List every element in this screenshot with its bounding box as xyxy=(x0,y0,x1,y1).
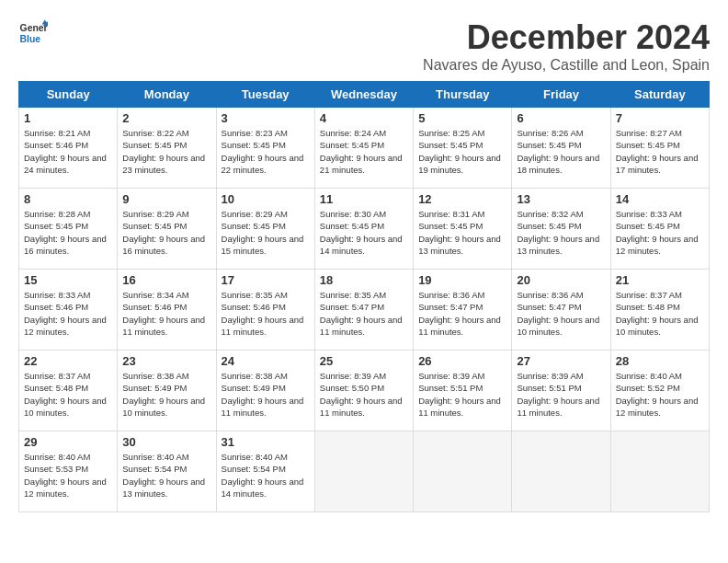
logo-icon: General Blue xyxy=(18,18,48,48)
day-info: Sunrise: 8:37 AM Sunset: 5:48 PM Dayligh… xyxy=(616,289,704,338)
th-saturday: Saturday xyxy=(610,82,709,108)
table-row: 22Sunrise: 8:37 AM Sunset: 5:48 PM Dayli… xyxy=(19,350,118,431)
day-number: 2 xyxy=(122,111,210,125)
day-info: Sunrise: 8:39 AM Sunset: 5:51 PM Dayligh… xyxy=(517,370,605,419)
day-number: 6 xyxy=(517,111,605,125)
table-row: 28Sunrise: 8:40 AM Sunset: 5:52 PM Dayli… xyxy=(610,350,709,431)
day-info: Sunrise: 8:32 AM Sunset: 5:45 PM Dayligh… xyxy=(517,208,605,257)
day-number: 1 xyxy=(24,111,112,125)
th-tuesday: Tuesday xyxy=(216,82,314,108)
th-friday: Friday xyxy=(512,82,610,108)
month-title: December 2024 xyxy=(423,18,710,57)
subtitle: Navares de Ayuso, Castille and Leon, Spa… xyxy=(423,57,710,74)
day-number: 14 xyxy=(616,192,704,206)
calendar-row: 1Sunrise: 8:21 AM Sunset: 5:46 PM Daylig… xyxy=(19,108,710,189)
calendar-row: 22Sunrise: 8:37 AM Sunset: 5:48 PM Dayli… xyxy=(19,350,710,431)
day-number: 9 xyxy=(122,192,210,206)
day-info: Sunrise: 8:29 AM Sunset: 5:45 PM Dayligh… xyxy=(222,208,310,257)
table-row: 25Sunrise: 8:39 AM Sunset: 5:50 PM Dayli… xyxy=(314,350,413,431)
day-info: Sunrise: 8:40 AM Sunset: 5:53 PM Dayligh… xyxy=(24,451,112,500)
day-info: Sunrise: 8:33 AM Sunset: 5:45 PM Dayligh… xyxy=(616,208,704,257)
table-row: 3Sunrise: 8:23 AM Sunset: 5:45 PM Daylig… xyxy=(216,108,314,189)
table-row: 30Sunrise: 8:40 AM Sunset: 5:54 PM Dayli… xyxy=(118,431,216,512)
day-info: Sunrise: 8:35 AM Sunset: 5:47 PM Dayligh… xyxy=(320,289,408,338)
table-row: 5Sunrise: 8:25 AM Sunset: 5:45 PM Daylig… xyxy=(414,108,512,189)
table-row: 9Sunrise: 8:29 AM Sunset: 5:45 PM Daylig… xyxy=(118,189,216,270)
table-row xyxy=(314,431,413,512)
table-row: 21Sunrise: 8:37 AM Sunset: 5:48 PM Dayli… xyxy=(610,270,709,350)
day-info: Sunrise: 8:34 AM Sunset: 5:46 PM Dayligh… xyxy=(122,289,210,338)
day-info: Sunrise: 8:24 AM Sunset: 5:45 PM Dayligh… xyxy=(320,127,408,176)
day-info: Sunrise: 8:25 AM Sunset: 5:45 PM Dayligh… xyxy=(418,127,506,176)
header: General Blue December 2024 Navares de Ay… xyxy=(18,18,710,74)
day-number: 13 xyxy=(517,192,605,206)
th-monday: Monday xyxy=(118,82,216,108)
day-number: 22 xyxy=(24,354,112,368)
day-info: Sunrise: 8:37 AM Sunset: 5:48 PM Dayligh… xyxy=(24,370,112,419)
table-row: 19Sunrise: 8:36 AM Sunset: 5:47 PM Dayli… xyxy=(414,270,512,350)
day-number: 16 xyxy=(122,273,210,287)
day-number: 4 xyxy=(320,111,408,125)
calendar-row: 29Sunrise: 8:40 AM Sunset: 5:53 PM Dayli… xyxy=(19,431,710,512)
day-number: 11 xyxy=(320,192,408,206)
day-info: Sunrise: 8:40 AM Sunset: 5:52 PM Dayligh… xyxy=(616,370,704,419)
table-row xyxy=(610,431,709,512)
table-row: 27Sunrise: 8:39 AM Sunset: 5:51 PM Dayli… xyxy=(512,350,610,431)
day-number: 24 xyxy=(222,354,310,368)
table-row: 18Sunrise: 8:35 AM Sunset: 5:47 PM Dayli… xyxy=(314,270,413,350)
calendar-row: 15Sunrise: 8:33 AM Sunset: 5:46 PM Dayli… xyxy=(19,270,710,350)
day-info: Sunrise: 8:35 AM Sunset: 5:46 PM Dayligh… xyxy=(222,289,310,338)
table-row: 20Sunrise: 8:36 AM Sunset: 5:47 PM Dayli… xyxy=(512,270,610,350)
day-info: Sunrise: 8:21 AM Sunset: 5:46 PM Dayligh… xyxy=(24,127,112,176)
day-number: 7 xyxy=(616,111,704,125)
day-info: Sunrise: 8:28 AM Sunset: 5:45 PM Dayligh… xyxy=(24,208,112,257)
day-number: 10 xyxy=(222,192,310,206)
day-number: 26 xyxy=(418,354,506,368)
table-row: 31Sunrise: 8:40 AM Sunset: 5:54 PM Dayli… xyxy=(216,431,314,512)
day-number: 20 xyxy=(517,273,605,287)
day-number: 15 xyxy=(24,273,112,287)
day-number: 17 xyxy=(222,273,310,287)
table-row: 4Sunrise: 8:24 AM Sunset: 5:45 PM Daylig… xyxy=(314,108,413,189)
table-row: 16Sunrise: 8:34 AM Sunset: 5:46 PM Dayli… xyxy=(118,270,216,350)
day-info: Sunrise: 8:30 AM Sunset: 5:45 PM Dayligh… xyxy=(320,208,408,257)
day-info: Sunrise: 8:22 AM Sunset: 5:45 PM Dayligh… xyxy=(122,127,210,176)
svg-text:Blue: Blue xyxy=(20,34,41,44)
table-row: 23Sunrise: 8:38 AM Sunset: 5:49 PM Dayli… xyxy=(118,350,216,431)
table-row xyxy=(414,431,512,512)
day-info: Sunrise: 8:39 AM Sunset: 5:50 PM Dayligh… xyxy=(320,370,408,419)
table-row: 7Sunrise: 8:27 AM Sunset: 5:45 PM Daylig… xyxy=(610,108,709,189)
table-row xyxy=(512,431,610,512)
table-row: 24Sunrise: 8:38 AM Sunset: 5:49 PM Dayli… xyxy=(216,350,314,431)
title-area: December 2024 Navares de Ayuso, Castille… xyxy=(423,18,710,74)
day-info: Sunrise: 8:23 AM Sunset: 5:45 PM Dayligh… xyxy=(222,127,310,176)
day-number: 23 xyxy=(122,354,210,368)
day-number: 25 xyxy=(320,354,408,368)
day-info: Sunrise: 8:26 AM Sunset: 5:45 PM Dayligh… xyxy=(517,127,605,176)
th-sunday: Sunday xyxy=(19,82,118,108)
calendar-table: Sunday Monday Tuesday Wednesday Thursday… xyxy=(18,81,710,512)
table-row: 2Sunrise: 8:22 AM Sunset: 5:45 PM Daylig… xyxy=(118,108,216,189)
header-row: Sunday Monday Tuesday Wednesday Thursday… xyxy=(19,82,710,108)
table-row: 13Sunrise: 8:32 AM Sunset: 5:45 PM Dayli… xyxy=(512,189,610,270)
day-info: Sunrise: 8:39 AM Sunset: 5:51 PM Dayligh… xyxy=(418,370,506,419)
th-thursday: Thursday xyxy=(414,82,512,108)
table-row: 26Sunrise: 8:39 AM Sunset: 5:51 PM Dayli… xyxy=(414,350,512,431)
day-number: 3 xyxy=(222,111,310,125)
day-number: 21 xyxy=(616,273,704,287)
table-row: 12Sunrise: 8:31 AM Sunset: 5:45 PM Dayli… xyxy=(414,189,512,270)
day-info: Sunrise: 8:38 AM Sunset: 5:49 PM Dayligh… xyxy=(122,370,210,419)
table-row: 17Sunrise: 8:35 AM Sunset: 5:46 PM Dayli… xyxy=(216,270,314,350)
day-info: Sunrise: 8:33 AM Sunset: 5:46 PM Dayligh… xyxy=(24,289,112,338)
calendar-row: 8Sunrise: 8:28 AM Sunset: 5:45 PM Daylig… xyxy=(19,189,710,270)
day-number: 30 xyxy=(122,435,210,449)
svg-text:General: General xyxy=(20,23,48,33)
table-row: 8Sunrise: 8:28 AM Sunset: 5:45 PM Daylig… xyxy=(19,189,118,270)
day-number: 28 xyxy=(616,354,704,368)
th-wednesday: Wednesday xyxy=(314,82,413,108)
table-row: 11Sunrise: 8:30 AM Sunset: 5:45 PM Dayli… xyxy=(314,189,413,270)
day-number: 18 xyxy=(320,273,408,287)
day-number: 27 xyxy=(517,354,605,368)
table-row: 10Sunrise: 8:29 AM Sunset: 5:45 PM Dayli… xyxy=(216,189,314,270)
day-info: Sunrise: 8:40 AM Sunset: 5:54 PM Dayligh… xyxy=(222,451,310,500)
